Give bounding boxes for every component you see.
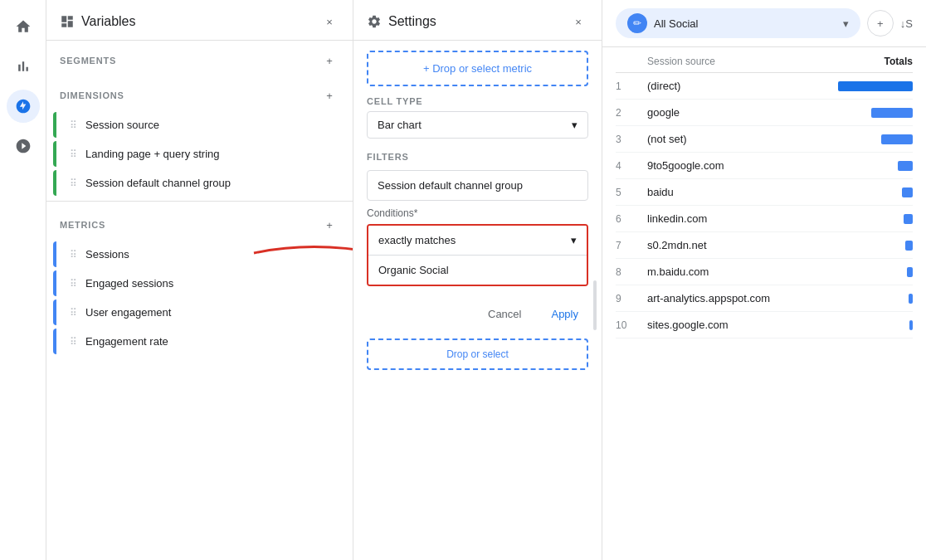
row-bar-container xyxy=(830,214,913,224)
row-source: m.baidu.com xyxy=(647,265,823,278)
metrics-label: METRICS xyxy=(60,220,105,230)
settings-close-button[interactable]: × xyxy=(568,12,588,32)
row-bar xyxy=(909,320,913,330)
drag-handle-icon: ⠿ xyxy=(70,307,77,319)
table-row[interactable]: 9 art-analytics.appspot.com xyxy=(616,285,913,312)
data-panel: ✏ All Social ▾ + ↓S Session source Total… xyxy=(602,0,926,560)
row-bar xyxy=(904,214,913,224)
condition-value-field[interactable]: Organic Social xyxy=(368,256,587,285)
variables-title-text: Variables xyxy=(81,14,136,29)
sort-button[interactable]: ↓S xyxy=(900,17,913,30)
chart-bar-icon[interactable] xyxy=(7,50,40,83)
cell-type-label: CELL TYPE xyxy=(367,96,588,106)
apply-button[interactable]: Apply xyxy=(541,303,588,325)
row-num: 10 xyxy=(616,319,641,331)
explore-icon[interactable] xyxy=(7,90,40,123)
icon-bar xyxy=(0,0,46,560)
metric-user-engagement[interactable]: ⠿ User engagement xyxy=(53,299,346,325)
drag-handle-icon: ⠿ xyxy=(70,178,77,189)
cell-type-select[interactable]: Bar chart ▾ xyxy=(367,111,588,139)
row-num: 3 xyxy=(616,134,641,145)
settings-title: Settings xyxy=(367,14,436,29)
table-row[interactable]: 7 s0.2mdn.net xyxy=(616,232,913,259)
drag-handle-icon: ⠿ xyxy=(70,336,77,348)
metric-engagement-rate[interactable]: ⠿ Engagement rate xyxy=(53,329,346,354)
metric-label: Sessions xyxy=(85,248,333,261)
drag-handle-icon: ⠿ xyxy=(70,249,77,261)
row-bar-container xyxy=(830,267,913,277)
drop-select-bottom[interactable]: Drop or select xyxy=(367,338,588,370)
row-bar xyxy=(881,134,913,144)
table-row[interactable]: 1 (direct) xyxy=(616,73,913,100)
dimension-channel-group[interactable]: ⠿ Session default channel group xyxy=(53,170,346,196)
table-row[interactable]: 5 baidu xyxy=(616,179,913,206)
table-row[interactable]: 10 sites.google.com xyxy=(616,312,913,338)
table-row[interactable]: 3 (not set) xyxy=(616,126,913,153)
row-source: 9to5google.com xyxy=(647,159,823,172)
row-source: linkedin.com xyxy=(647,212,823,225)
row-source: s0.2mdn.net xyxy=(647,239,823,251)
col-totals-header: Totals xyxy=(830,56,913,67)
dimension-landing-page[interactable]: ⠿ Landing page + query string xyxy=(53,141,346,167)
row-bar-container xyxy=(830,108,913,118)
col-source-header: Session source xyxy=(647,56,823,67)
table-header: Session source Totals xyxy=(616,47,913,73)
condition-match-select[interactable]: exactly matches ▾ xyxy=(368,226,587,256)
row-bar-container xyxy=(830,294,913,304)
table-row[interactable]: 2 google xyxy=(616,100,913,126)
condition-match-value: exactly matches xyxy=(378,234,456,246)
row-source: sites.google.com xyxy=(647,319,823,331)
row-bar xyxy=(902,187,913,197)
row-bar-container xyxy=(830,187,913,197)
metric-label: Engaged sessions xyxy=(85,277,333,290)
dimensions-add-button[interactable]: + xyxy=(319,85,339,105)
add-comparison-button[interactable]: + xyxy=(867,10,894,37)
cell-type-value: Bar chart xyxy=(378,119,422,131)
drag-handle-icon: ⠿ xyxy=(70,278,77,290)
segment-icon[interactable] xyxy=(7,129,40,163)
drop-metric-area[interactable]: + Drop or select metric xyxy=(367,51,588,86)
home-icon[interactable] xyxy=(7,10,40,43)
conditions-box: exactly matches ▾ Organic Social xyxy=(367,224,588,286)
filters-label: FILTERS xyxy=(367,152,588,162)
settings-panel: Settings × + Drop or select metric CELL … xyxy=(353,0,602,560)
row-bar xyxy=(898,161,913,171)
row-bar xyxy=(838,81,913,91)
metric-label: Engagement rate xyxy=(85,335,333,348)
social-label: All Social xyxy=(654,17,836,30)
segments-label: SEGMENTS xyxy=(60,56,116,66)
row-source: (not set) xyxy=(647,133,823,145)
table-row[interactable]: 6 linkedin.com xyxy=(616,206,913,232)
row-num: 1 xyxy=(616,80,641,92)
action-buttons: Cancel Apply xyxy=(367,296,588,332)
table-row[interactable]: 8 m.baidu.com xyxy=(616,259,913,285)
settings-panel-header: Settings × xyxy=(353,0,602,41)
dimension-label: Session default channel group xyxy=(85,177,333,189)
drag-handle-icon: ⠿ xyxy=(70,149,77,160)
row-bar-container xyxy=(830,320,913,330)
row-num: 6 xyxy=(616,213,641,225)
segments-section-header: SEGMENTS + xyxy=(46,41,353,75)
row-source: baidu xyxy=(647,186,823,198)
row-bar xyxy=(905,241,913,251)
metric-sessions[interactable]: ⠿ Sessions xyxy=(53,241,346,267)
filter-item[interactable]: Session default channel group xyxy=(367,170,588,201)
row-bar xyxy=(909,294,913,304)
divider xyxy=(46,201,353,202)
segments-add-button[interactable]: + xyxy=(319,51,339,71)
drag-handle-icon: ⠿ xyxy=(70,119,77,131)
row-source: art-analytics.appspot.com xyxy=(647,292,823,304)
dimensions-section-header: DIMENSIONS + xyxy=(46,75,353,110)
row-bar xyxy=(871,108,913,118)
metrics-add-button[interactable]: + xyxy=(319,215,339,235)
table-row[interactable]: 4 9to5google.com xyxy=(616,153,913,179)
row-bar-container xyxy=(830,134,913,144)
conditions-label: Conditions* xyxy=(367,207,588,219)
cancel-button[interactable]: Cancel xyxy=(478,303,531,325)
row-num: 9 xyxy=(616,293,641,304)
dimension-session-source[interactable]: ⠿ Session source xyxy=(53,112,346,138)
variables-close-button[interactable]: × xyxy=(319,12,339,32)
row-num: 4 xyxy=(616,160,641,172)
social-selector[interactable]: ✏ All Social ▾ xyxy=(616,8,860,38)
metric-engaged-sessions[interactable]: ⠿ Engaged sessions xyxy=(53,270,346,296)
